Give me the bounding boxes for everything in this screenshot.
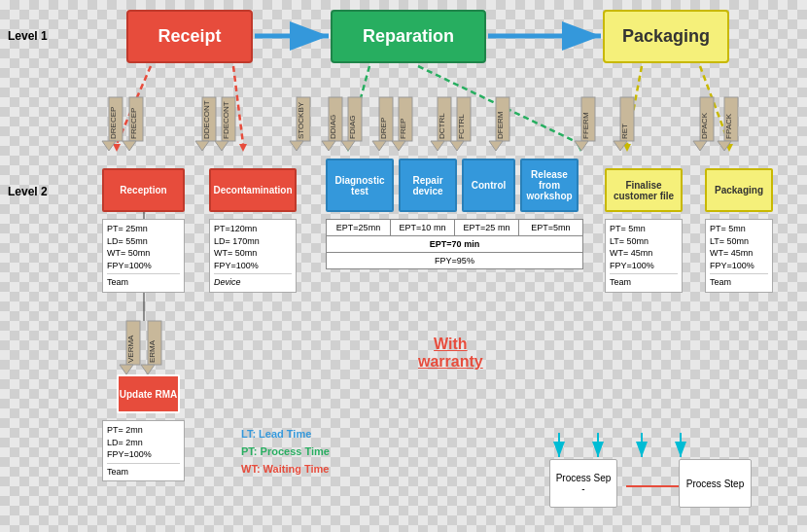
svg-line-9 [233, 66, 243, 144]
svg-marker-56 [575, 141, 588, 151]
svg-text:DCTRL: DCTRL [438, 113, 446, 139]
svg-rect-70 [148, 321, 161, 365]
svg-line-17 [700, 66, 729, 144]
svg-rect-55 [581, 97, 595, 141]
svg-rect-64 [724, 97, 738, 141]
svg-text:FRECEP: FRECEP [129, 108, 138, 139]
svg-marker-62 [693, 141, 707, 151]
svg-marker-29 [215, 141, 228, 151]
process-step-box: Process Step [679, 459, 752, 508]
svg-rect-37 [348, 97, 362, 141]
svg-text:VERMA: VERMA [126, 335, 135, 363]
svg-marker-35 [322, 141, 335, 151]
packaging-proc-box: Packaging [705, 168, 773, 212]
info-finalise: PT= 5mn LT= 50mn WT= 45mn FPY=100% Team [605, 219, 683, 293]
legend-lt: LT: Lead Time [241, 428, 311, 440]
svg-rect-43 [399, 97, 412, 141]
legend-wt: WT: Waiting Time [241, 463, 329, 475]
svg-rect-61 [700, 97, 714, 141]
svg-text:FDIAG: FDIAG [348, 116, 357, 139]
svg-marker-50 [450, 141, 464, 151]
info-decontamination: PT=120mn LD= 170mn WT= 50mn FPY=100% Dev… [209, 219, 297, 293]
svg-marker-68 [120, 365, 133, 374]
svg-line-15 [627, 66, 642, 144]
svg-text:ERMA: ERMA [148, 339, 157, 363]
svg-text:DDECONT: DDECONT [202, 100, 211, 139]
svg-text:FCTRL: FCTRL [457, 114, 466, 139]
svg-text:FDECONT: FDECONT [222, 101, 230, 139]
svg-rect-52 [496, 97, 509, 141]
release-box: Release from workshop [520, 159, 579, 212]
finalise-box: Finalise customer file [605, 168, 683, 212]
svg-line-11 [348, 66, 369, 144]
svg-marker-8 [113, 144, 121, 152]
reception-box: Reception [102, 168, 185, 212]
svg-rect-34 [329, 97, 342, 141]
info-updaterma: PT= 2mn LD= 2mn FPY=100% Team [102, 420, 185, 481]
warranty-text: Withwarranty [418, 336, 483, 371]
svg-line-13 [418, 66, 580, 144]
svg-marker-14 [577, 144, 584, 152]
svg-marker-38 [341, 141, 355, 151]
packaging-box: Packaging [603, 10, 729, 63]
svg-rect-58 [620, 97, 634, 141]
reparation-box: Reparation [331, 10, 486, 63]
svg-rect-22 [129, 97, 143, 141]
svg-text:DRECEP: DRECEP [109, 107, 118, 139]
svg-marker-59 [614, 141, 627, 151]
svg-marker-10 [239, 144, 247, 152]
level2-label: Level 2 [8, 185, 48, 198]
legend: LT: Lead Time PT: Process Time WT: Waiti… [241, 428, 330, 480]
process-sep-box: Process Sep - [549, 459, 617, 508]
decontamination-box: Decontamination [209, 168, 297, 212]
info-packaging: PT= 5mn LT= 50mn WT= 45mn FPY=100% Team [705, 219, 773, 293]
svg-marker-16 [623, 144, 631, 152]
svg-text:STOCKBY: STOCKBY [297, 101, 305, 139]
svg-text:FFERM: FFERM [581, 112, 590, 139]
ept-area: EPT=25mn EPT=10 mn EPT=25 mn EPT=5mn EPT… [326, 219, 583, 269]
svg-text:FREP: FREP [399, 119, 407, 139]
svg-text:DFERM: DFERM [496, 111, 505, 139]
svg-text:DREP: DREP [379, 118, 388, 139]
svg-text:RET: RET [620, 124, 629, 139]
svg-marker-65 [718, 141, 731, 151]
svg-marker-18 [725, 144, 733, 152]
svg-rect-25 [202, 97, 216, 141]
svg-rect-28 [222, 97, 235, 141]
svg-marker-47 [431, 141, 444, 151]
svg-marker-44 [392, 141, 405, 151]
svg-rect-49 [457, 97, 471, 141]
svg-marker-12 [344, 144, 352, 152]
svg-line-7 [117, 66, 151, 144]
svg-marker-23 [123, 141, 136, 151]
update-rma-box: Update RMA [117, 374, 180, 413]
svg-marker-20 [102, 141, 116, 151]
svg-marker-53 [489, 141, 503, 151]
legend-pt: PT: Process Time [241, 445, 330, 457]
diagram-container: DRECEP FRECEP DDECONT FDECONT STOCKBY DD… [0, 0, 807, 532]
level1-label: Level 1 [8, 29, 48, 43]
svg-text:DPACK: DPACK [700, 112, 709, 139]
svg-marker-26 [195, 141, 209, 151]
svg-marker-71 [141, 365, 155, 374]
repair-box: Repair device [399, 159, 457, 212]
svg-rect-40 [379, 97, 393, 141]
diagnostic-box: Diagnostic test [326, 159, 394, 212]
svg-rect-46 [438, 97, 451, 141]
svg-marker-32 [290, 141, 303, 151]
svg-text:FPACK: FPACK [724, 113, 733, 139]
svg-text:DDIAG: DDIAG [329, 115, 337, 139]
svg-rect-67 [126, 321, 140, 365]
info-reception: PT= 25mn LD= 55mn WT= 50mn FPY=100% Team [102, 219, 185, 293]
control-box: Control [462, 159, 515, 212]
svg-rect-19 [109, 97, 123, 141]
svg-marker-41 [372, 141, 386, 151]
svg-rect-31 [297, 97, 310, 141]
receipt-box: Receipt [126, 10, 253, 63]
